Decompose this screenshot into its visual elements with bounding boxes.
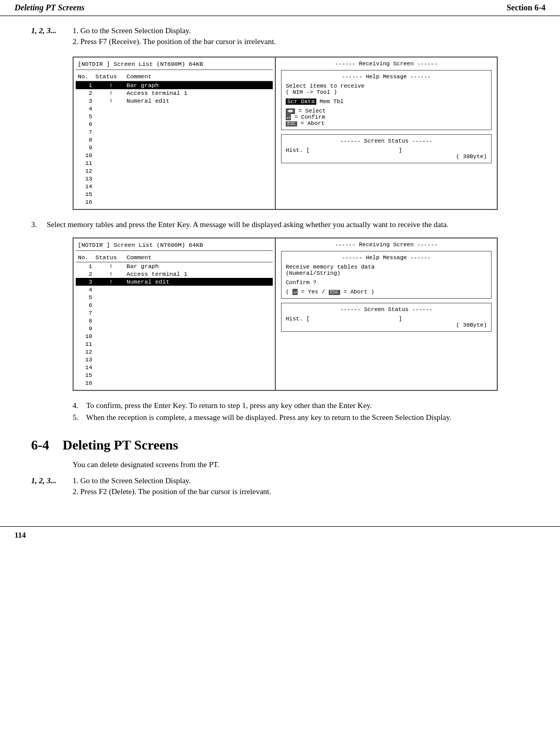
table-row: 16 — [76, 379, 273, 387]
mem-tbl-label: Mem Tbl — [316, 99, 344, 105]
confirm-label-1: = Confirm — [295, 114, 325, 120]
col-no-label-2: No. — [78, 254, 95, 261]
diagram-1: [NOTDIR ] Screen List (NT600M) 64KB No. … — [73, 57, 498, 210]
table-row: 13 — [76, 356, 273, 363]
page-number: 114 — [15, 531, 26, 539]
screen-rows-2: 1!Bar graph2!Access terminal 13!Numeral … — [76, 262, 273, 387]
screen-right-panel-1: ------ Receiving Screen ------ ------ He… — [276, 58, 497, 209]
table-row: 9 — [76, 144, 273, 151]
step-6-2-text: 2. Press F2 (Delete). The position of th… — [73, 487, 529, 496]
status-title-2: ------ Screen Status ------ — [286, 306, 487, 313]
table-row: 15 — [76, 190, 273, 198]
table-row: 2!Access terminal 1 — [76, 89, 273, 97]
section-intro: You can delete designated screens from t… — [73, 460, 529, 469]
confirm-key-line: ↵ = Confirm — [286, 114, 487, 120]
table-row: 5 — [76, 113, 273, 120]
header-left: Deleting PT Screens — [15, 3, 85, 12]
table-row: 13 — [76, 175, 273, 183]
table-row: 2!Access terminal 1 — [76, 270, 273, 278]
yes-abort-line: ( ↵ = Yes / ESC = Abort ) — [286, 289, 487, 295]
byte-line-1: ( 38Byte) — [286, 153, 487, 160]
table-row: 11 — [76, 340, 273, 348]
step-3: 3. Select memory tables and press the En… — [31, 220, 529, 229]
table-row: 3!Numeral edit — [76, 278, 273, 286]
abort-label-1: = Abort — [301, 120, 325, 127]
section-heading: 6-4 Deleting PT Screens — [31, 438, 529, 453]
table-row: 6 — [76, 120, 273, 128]
esc-icon-2: ESC — [329, 290, 340, 295]
table-row: 3!Numeral edit — [76, 97, 273, 105]
table-row: 14 — [76, 363, 273, 371]
table-row: 4 — [76, 286, 273, 293]
table-row: 1!Bar graph — [76, 81, 273, 89]
screen-list-header-1: [NOTDIR ] Screen List (NT600M) 64KB — [76, 61, 273, 70]
help-body-1: Select items to receive ( NIM -> Tool ) … — [286, 83, 487, 127]
col-comment-label-2: Comment — [127, 254, 271, 261]
scr-data-btn: Scr Data — [286, 99, 316, 105]
screen-list-left-2: [NOTDIR ] Screen List (NT600M) 64KB No. … — [74, 238, 276, 390]
help-text2-1: ( NIM -> Tool ) — [286, 89, 487, 95]
step-4-num: 4. — [73, 401, 86, 410]
screen-list-cols-1: No. Status Comment — [76, 72, 273, 81]
screen-list-cols-2: No. Status Comment — [76, 253, 273, 262]
abort-key-line: ESC = Abort — [286, 120, 487, 127]
screen-right-panel-2: ------ Receiving Screen ------ ------ He… — [276, 238, 497, 390]
help-text1-2: Receive memory tables data — [286, 264, 487, 270]
help-text1-1: Select items to receive — [286, 83, 487, 89]
step-4-text: To confirm, press the Enter Key. To retu… — [86, 401, 372, 410]
col-status-label: Status — [95, 73, 127, 80]
select-label: = Select — [299, 108, 326, 114]
scr-data-line: Scr Data Mem Tbl — [286, 99, 487, 105]
header-right: Section 6-4 — [507, 3, 545, 12]
receiving-screen-title-2: ------ Receiving Screen ------ — [281, 242, 492, 248]
step-5-num: 5. — [73, 413, 86, 422]
table-row: 6 — [76, 301, 273, 309]
table-row: 10 — [76, 151, 273, 159]
help-title-2: ------ Help Message ------ — [286, 255, 487, 261]
table-row: 16 — [76, 198, 273, 206]
screen-list-header-2: [NOTDIR ] Screen List (NT600M) 64KB — [76, 242, 273, 251]
step-6-1-text: 1. Go to the Screen Selection Display. — [73, 476, 529, 485]
receiving-screen-title-1: ------ Receiving Screen ------ — [281, 61, 492, 67]
table-row: 12 — [76, 348, 273, 356]
help-title-1: ------ Help Message ------ — [286, 74, 487, 80]
screen-rows-1: 1!Bar graph2!Access terminal 13!Numeral … — [76, 81, 273, 206]
confirm-question: Confirm ? — [286, 279, 487, 286]
status-title-1: ------ Screen Status ------ — [286, 138, 487, 144]
table-row: 8 — [76, 136, 273, 144]
step-3-num: 3. — [31, 220, 47, 229]
step-5: 5. When the reception is complete, a mes… — [73, 413, 529, 422]
step-num-label: 1, 2, 3... — [31, 26, 73, 48]
status-section-1: ------ Screen Status ------ Hist. [ ] ( … — [281, 134, 492, 163]
select-key-line: ◄► = Select — [286, 108, 487, 114]
table-row: 9 — [76, 325, 273, 332]
help-section-1: ------ Help Message ------ Select items … — [281, 70, 492, 130]
section-number: 6-4 — [31, 438, 49, 453]
step-2-text: 2. Press F7 (Receive). The position of t… — [73, 37, 529, 46]
steps-4-5: 4. To confirm, press the Enter Key. To r… — [73, 401, 529, 422]
table-row: 5 — [76, 293, 273, 301]
esc-icon-1: ESC — [286, 121, 297, 127]
steps-intro-6: 1, 2, 3... 1. Go to the Screen Selection… — [31, 476, 529, 498]
step-4: 4. To confirm, press the Enter Key. To r… — [73, 401, 529, 410]
help-section-2: ------ Help Message ------ Receive memor… — [281, 251, 492, 299]
col-comment-label: Comment — [127, 73, 271, 80]
status-body-2: Hist. [ ] ( 38Byte) — [286, 316, 487, 328]
main-content: 1, 2, 3... 1. Go to the Screen Selection… — [0, 16, 560, 516]
lr-arrow-icon: ◄► — [286, 108, 295, 114]
hist-line-2: Hist. [ ] — [286, 316, 487, 322]
table-row: 11 — [76, 159, 273, 167]
help-text2-2: (Numeral/String) — [286, 270, 487, 276]
step-5-text: When the reception is complete, a messag… — [86, 413, 452, 422]
screen-list-left-1: [NOTDIR ] Screen List (NT600M) 64KB No. … — [74, 58, 276, 209]
enter-icon-1: ↵ — [286, 114, 291, 120]
key-lines-1: ◄► = Select ↵ = Confirm ESC = Abort — [286, 108, 487, 127]
status-body-1: Hist. [ ] ( 38Byte) — [286, 147, 487, 160]
step-3-text: Select memory tables and press the Enter… — [47, 220, 449, 229]
table-row: 10 — [76, 332, 273, 340]
byte-line-2: ( 38Byte) — [286, 322, 487, 328]
table-row: 1!Bar graph — [76, 262, 273, 270]
table-row: 4 — [76, 105, 273, 113]
steps-intro-1: 1, 2, 3... 1. Go to the Screen Selection… — [31, 26, 529, 48]
table-row: 7 — [76, 128, 273, 136]
